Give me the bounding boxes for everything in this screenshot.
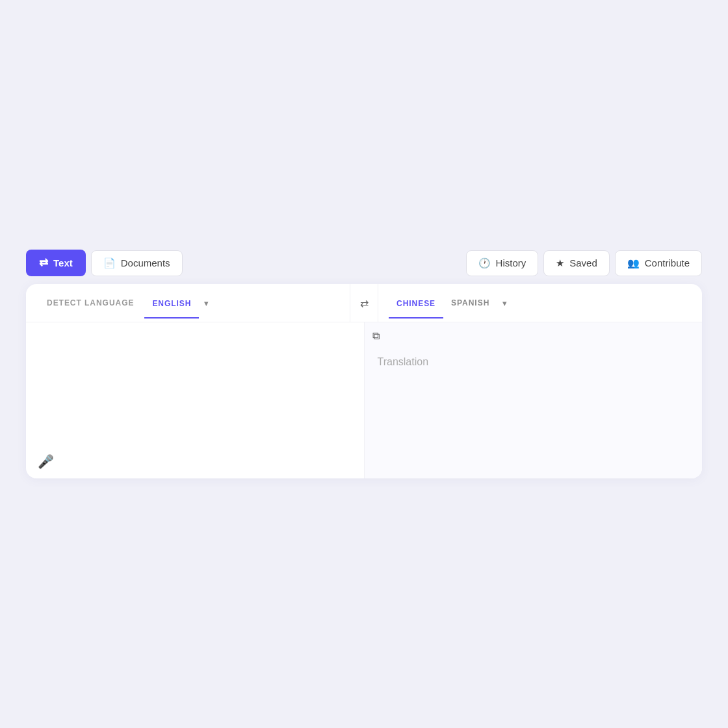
- text-areas: 🎤 ⧉ Translation: [26, 322, 702, 478]
- contribute-label: Contribute: [645, 257, 690, 268]
- document-icon: 📄: [103, 257, 116, 269]
- source-language-dropdown[interactable]: [199, 298, 214, 308]
- text-tab-button[interactable]: ⇄ Text: [26, 250, 86, 276]
- history-button[interactable]: 🕐 History: [466, 250, 539, 276]
- microphone-button[interactable]: 🎤: [38, 454, 54, 469]
- swap-icon: ⇄: [360, 297, 369, 309]
- lang-selector-row: DETECT LANGUAGE ENGLISH ⇄ CHINESE SPANIS…: [26, 284, 702, 322]
- target-language-secondary[interactable]: SPANISH: [443, 287, 497, 319]
- target-text-area: ⧉ Translation: [365, 322, 703, 478]
- copy-button[interactable]: ⧉: [372, 330, 380, 342]
- lang-right: CHINESE SPANISH: [378, 284, 702, 322]
- history-label: History: [496, 257, 526, 268]
- documents-tab-button[interactable]: 📄 Documents: [91, 250, 183, 276]
- translate-icon: ⇄: [39, 256, 48, 270]
- saved-icon: ★: [556, 257, 564, 269]
- translation-output: Translation: [378, 356, 690, 368]
- text-tab-label: Text: [53, 257, 73, 268]
- lang-left: DETECT LANGUAGE ENGLISH: [26, 284, 350, 322]
- toolbar: ⇄ Text 📄 Documents 🕐 History ★ Saved 👥 C…: [26, 250, 702, 276]
- detect-language-option[interactable]: DETECT LANGUAGE: [36, 287, 144, 319]
- microphone-icon: 🎤: [38, 454, 54, 469]
- contribute-button[interactable]: 👥 Contribute: [615, 250, 702, 276]
- toolbar-left: ⇄ Text 📄 Documents: [26, 250, 183, 276]
- source-text-area: 🎤: [26, 322, 365, 478]
- history-icon: 🕐: [478, 257, 491, 269]
- contribute-icon: 👥: [627, 257, 640, 269]
- saved-button[interactable]: ★ Saved: [543, 250, 610, 276]
- translation-card: DETECT LANGUAGE ENGLISH ⇄ CHINESE SPANIS…: [26, 284, 702, 478]
- documents-tab-label: Documents: [121, 257, 170, 268]
- app-container: ⇄ Text 📄 Documents 🕐 History ★ Saved 👥 C…: [26, 250, 702, 478]
- saved-label: Saved: [569, 257, 597, 268]
- source-text-input[interactable]: [39, 333, 351, 450]
- swap-languages-button[interactable]: ⇄: [350, 284, 378, 322]
- source-chevron-icon: [204, 298, 209, 308]
- target-language-active[interactable]: CHINESE: [389, 287, 443, 318]
- toolbar-right: 🕐 History ★ Saved 👥 Contribute: [466, 250, 702, 276]
- copy-icon: ⧉: [372, 330, 380, 342]
- target-chevron-icon: [502, 298, 507, 308]
- target-language-dropdown[interactable]: [497, 298, 512, 308]
- source-language-active[interactable]: ENGLISH: [144, 287, 199, 318]
